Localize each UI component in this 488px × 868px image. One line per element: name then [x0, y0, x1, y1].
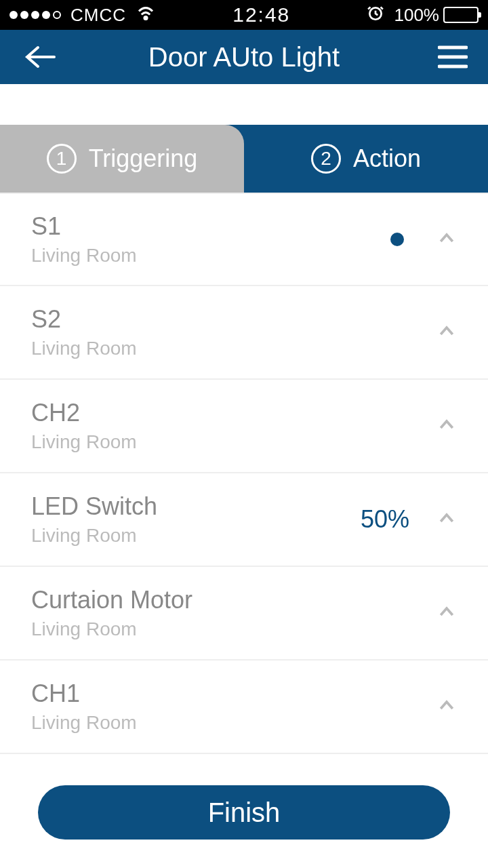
tab-label: Triggering [89, 144, 198, 173]
svg-point-0 [144, 16, 147, 19]
tab-label: Action [353, 144, 421, 173]
page-title: Door AUto Light [148, 42, 340, 73]
footer: Finish [0, 768, 488, 868]
list-item[interactable]: S1 Living Room [0, 193, 488, 286]
row-subtitle: Living Room [31, 712, 436, 734]
list-item[interactable]: LED Switch Living Room 50% [0, 473, 488, 567]
row-title: LED Switch [31, 492, 361, 521]
list-item[interactable]: CH2 Living Room [0, 380, 488, 473]
row-subtitle: Living Room [31, 618, 436, 640]
battery-icon [443, 7, 479, 23]
status-dot-icon [390, 233, 404, 246]
wifi-icon [136, 3, 156, 28]
step-tabs: 1 Triggering 2 Action [0, 125, 488, 193]
row-title: S1 [31, 212, 390, 241]
chevron-up-icon [436, 228, 457, 251]
status-right: 100% [367, 4, 479, 26]
list-item[interactable]: S2 Living Room [0, 286, 488, 380]
step-number-2: 2 [311, 144, 341, 174]
status-bar: CMCC 12:48 100% [0, 0, 488, 30]
row-subtitle: Living Room [31, 245, 390, 267]
chevron-up-icon [436, 695, 457, 718]
app-header: Door AUto Light [0, 30, 488, 84]
tab-action[interactable]: 2 Action [244, 125, 488, 193]
back-button[interactable] [24, 43, 57, 71]
chevron-up-icon [436, 601, 457, 625]
battery-pct: 100% [394, 5, 439, 26]
action-list: S1 Living Room S2 Living Room CH2 Living… [0, 193, 488, 768]
signal-dots-icon [9, 11, 61, 19]
row-value: 50% [361, 505, 409, 534]
list-item[interactable]: CH1 Living Room [0, 660, 488, 754]
chevron-up-icon [436, 508, 457, 531]
row-title: CH1 [31, 679, 436, 708]
chevron-up-icon [436, 321, 457, 344]
finish-button[interactable]: Finish [38, 785, 450, 840]
carrier-label: CMCC [70, 5, 126, 26]
header-gap [0, 84, 488, 125]
row-title: Curtaion Motor [31, 586, 436, 614]
list-item[interactable]: Curtaion Motor Living Room [0, 567, 488, 660]
row-subtitle: Living Room [31, 338, 436, 359]
row-title: CH2 [31, 399, 436, 427]
row-title: S2 [31, 305, 436, 334]
alarm-icon [367, 4, 384, 26]
battery-indicator: 100% [394, 5, 479, 26]
row-subtitle: Living Room [31, 431, 436, 453]
step-number-1: 1 [47, 144, 77, 174]
menu-button[interactable] [438, 45, 468, 69]
chevron-up-icon [436, 414, 457, 437]
status-left: CMCC [9, 3, 156, 28]
row-subtitle: Living Room [31, 525, 361, 547]
status-time: 12:48 [232, 3, 290, 26]
tab-triggering[interactable]: 1 Triggering [0, 125, 244, 193]
